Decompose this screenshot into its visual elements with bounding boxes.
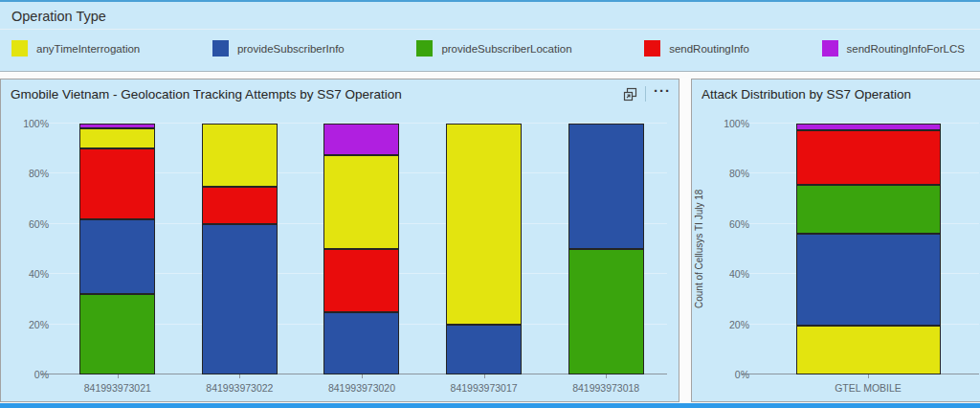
x-tick-mark [118,374,119,378]
bar-segment-sendRoutingInfo[interactable] [202,187,278,224]
y-tick-label: 60% [29,218,49,230]
legend-title: Operation Type [0,2,980,29]
y-tick-label: 0% [34,369,49,380]
legend-swatch [416,40,433,57]
bar-segment-provideSubscriberInfo[interactable] [323,312,399,375]
stacked-bar[interactable] [323,124,399,374]
stacked-bar[interactable] [202,124,278,374]
bar-segment-sendRoutingInfo[interactable] [796,130,941,186]
y-tick-label: 100% [724,118,749,129]
bar-segment-provideSubscriberInfo[interactable] [796,234,941,326]
stacked-bar-plot: 0%20%40%60%80%100%GTEL MOBILE [757,124,979,374]
chart-header: Attack Distribution by SS7 Operation [692,79,980,108]
legend-swatch [11,40,28,57]
bar-segment-anyTimeInterrogation[interactable] [202,124,278,187]
x-tick-mark [606,374,607,378]
chart-title: Attack Distribution by SS7 Operation [702,87,973,102]
bar-segment-anyTimeInterrogation[interactable] [796,326,941,374]
x-tick-mark [868,374,869,378]
legend-item-sendRoutingInfo[interactable]: sendRoutingInfo [644,40,749,57]
y-tick-label: 20% [729,319,749,330]
bar-column-841993973022: 841993973022 [179,124,301,374]
chart-panel-attack-distribution: Attack Distribution by SS7 Operation Cou… [691,79,980,402]
y-tick-label: 80% [729,168,749,179]
legend-item-label: provideSubscriberInfo [237,43,345,55]
bar-segment-provideSubscriberInfo[interactable] [446,325,522,374]
more-options-icon[interactable]: ··· [654,86,671,102]
legend-swatch [822,40,838,57]
chart-title: Gmobile Vietnam - Geolocation Tracking A… [11,87,623,102]
stacked-bar-plot: 0%20%40%60%80%100%8419939730218419939730… [56,124,667,374]
bar-segment-provideSubscriberInfo[interactable] [568,124,644,249]
bar-segment-provideSubscriberInfo[interactable] [79,219,155,295]
bar-segment-sendRoutingInfo[interactable] [79,148,155,218]
bar-column-841993973020: 841993973020 [301,124,423,374]
bar-column-841993973021: 841993973021 [56,124,179,374]
stacked-bar[interactable] [796,124,941,374]
legend-item-provideSubscriberLocation[interactable]: provideSubscriberLocation [416,40,571,57]
stacked-bar[interactable] [446,124,522,374]
bar-column-GTEL MOBILE: GTEL MOBILE [757,124,979,374]
bar-column-841993973017: 841993973017 [423,124,546,374]
x-category-label: 841993973021 [84,382,151,394]
legend-item-sendRoutingInfoForLCS[interactable]: sendRoutingInfoForLCS [822,40,965,57]
x-category-label: 841993973022 [206,382,273,394]
x-tick-mark [239,374,240,378]
y-tick-label: 40% [729,268,749,280]
bar-segment-provideSubscriberLocation[interactable] [796,185,941,234]
x-tick-mark [362,374,363,378]
stacked-bar[interactable] [79,124,155,374]
bar-area: 8419939730218419939730228419939730208419… [56,124,667,374]
legend-item-label: sendRoutingInfo [669,43,749,55]
bar-segment-provideSubscriberLocation[interactable] [79,294,155,374]
legend-item-label: provideSubscriberLocation [441,43,571,55]
bar-segment-sendRoutingInfoForLCS[interactable] [323,124,399,155]
legend-swatch [644,40,660,57]
x-category-label: 841993973018 [572,382,639,394]
y-tick-label: 40% [29,268,49,280]
bottom-accent-strip [0,403,980,408]
x-category-label: 841993973017 [451,382,518,394]
legend-item-anyTimeInterrogation[interactable]: anyTimeInterrogation [11,40,140,57]
legend-item-label: anyTimeInterrogation [36,43,140,55]
bar-segment-provideSubscriberInfo[interactable] [202,224,278,374]
bar-area: GTEL MOBILE [757,124,979,374]
legend-item-label: sendRoutingInfoForLCS [847,43,965,55]
y-tick-label: 0% [735,369,749,380]
x-category-label: 841993973020 [328,382,395,394]
y-tick-label: 100% [23,118,49,129]
bar-segment-anyTimeInterrogation[interactable] [446,124,522,325]
focus-mode-icon[interactable] [623,87,637,102]
legend-item-provideSubscriberInfo[interactable]: provideSubscriberInfo [212,40,345,57]
bar-column-841993973018: 841993973018 [545,124,667,374]
bar-segment-anyTimeInterrogation[interactable] [79,128,155,148]
y-tick-label: 20% [29,319,49,330]
chart-actions: ··· [623,86,671,102]
chart-header: Gmobile Vietnam - Geolocation Tracking A… [1,79,679,108]
legend-swatch [212,40,229,57]
y-tick-label: 80% [29,168,49,179]
stacked-bar[interactable] [568,124,644,374]
legend-items: anyTimeInterrogationprovideSubscriberInf… [0,30,980,57]
bar-segment-anyTimeInterrogation[interactable] [323,155,399,249]
y-tick-label: 60% [729,218,749,230]
legend-panel: Operation Type anyTimeInterrogationprovi… [0,0,980,72]
x-category-label: GTEL MOBILE [835,382,902,394]
x-tick-mark [484,374,485,378]
bar-segment-sendRoutingInfo[interactable] [323,249,399,312]
actions-divider [645,86,646,102]
chart-panel-geolocation: Gmobile Vietnam - Geolocation Tracking A… [0,79,679,402]
bar-segment-provideSubscriberLocation[interactable] [568,249,644,374]
y-axis-label: Count of Cellusys TI July 18 [694,124,704,374]
